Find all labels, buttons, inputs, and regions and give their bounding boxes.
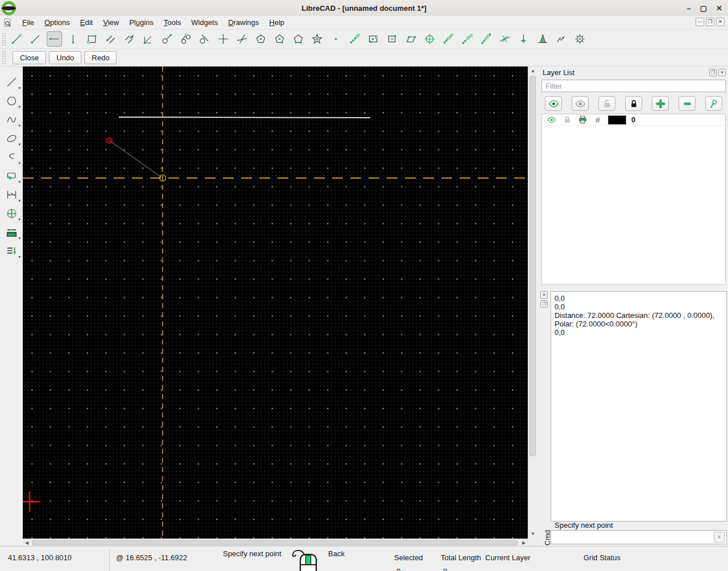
tool-line-bisector-icon[interactable] bbox=[140, 31, 156, 47]
close-window-button[interactable]: ✕ bbox=[716, 5, 722, 12]
tool-group-curve-icon[interactable]: ▾ bbox=[3, 112, 20, 127]
tool-line-parallel-icon[interactable] bbox=[103, 31, 118, 47]
dock-float-button[interactable]: ❐ bbox=[709, 69, 717, 76]
modify-layer-button[interactable] bbox=[705, 96, 722, 111]
tool-line-tangent-point-circle-icon[interactable] bbox=[159, 31, 175, 47]
tool-point-icon[interactable] bbox=[328, 31, 344, 47]
scroll-down-arrow[interactable]: ▼ bbox=[528, 529, 537, 539]
dock-close-button[interactable]: ✕ bbox=[540, 291, 548, 299]
mdi-minimize-button[interactable]: — bbox=[696, 18, 704, 26]
category-toolbar: ▾▾▾▾▾▾A▾▾▾▾ bbox=[0, 67, 23, 546]
menu-file[interactable]: File bbox=[17, 16, 39, 28]
minimize-button[interactable]: – bbox=[687, 5, 691, 12]
tool-group-order-icon[interactable]: ▾ bbox=[3, 243, 20, 258]
scrollbar-corner bbox=[528, 539, 537, 547]
tool-line-tangent-two-circles-icon[interactable] bbox=[178, 31, 193, 47]
horizontal-scrollbar[interactable]: ◀ ▶ bbox=[23, 539, 528, 547]
tool-group-line-icon[interactable]: ▾ bbox=[3, 75, 20, 89]
command-history-line: 0,0 bbox=[555, 294, 723, 303]
tool-group-polyline-icon[interactable]: ▾ bbox=[3, 150, 20, 164]
command-history[interactable]: 0,00,0Distance: 72.0000 Cartesian: (72.0… bbox=[551, 291, 727, 522]
add-layer-button[interactable] bbox=[652, 96, 669, 111]
lock-all-layers-button[interactable] bbox=[625, 96, 642, 111]
tool-line-orthogonal-icon[interactable] bbox=[216, 31, 231, 47]
mdi-close-button[interactable]: ✕ bbox=[716, 18, 725, 26]
layer-print-icon[interactable] bbox=[577, 115, 588, 125]
tool-circle-center-cross-icon[interactable] bbox=[422, 31, 437, 47]
tool-rectangle-icon[interactable] bbox=[84, 31, 100, 47]
tool-line-by-angle-icon[interactable] bbox=[28, 31, 43, 47]
layer-row[interactable]: #0 bbox=[542, 114, 725, 126]
toolbar-grip[interactable] bbox=[2, 32, 6, 46]
tool-line-cross-marker-icon[interactable] bbox=[497, 31, 512, 47]
tool-spline-points-icon[interactable] bbox=[441, 31, 456, 47]
vertical-scrollbar[interactable]: ▲ ▼ bbox=[528, 67, 537, 539]
tool-freehand-points-icon[interactable] bbox=[347, 31, 362, 47]
tool-line-tangent-orthogonal-icon[interactable] bbox=[197, 31, 212, 47]
maximize-button[interactable]: ▢ bbox=[700, 5, 707, 12]
layer-visible-icon[interactable] bbox=[547, 115, 557, 125]
menu-plugins[interactable]: Plugins bbox=[124, 16, 159, 28]
chevron-down-icon: ▾ bbox=[18, 198, 20, 203]
relative-coordinates: @ 16.6525 , -11.6922 bbox=[116, 553, 187, 562]
menu-tools[interactable]: Tools bbox=[159, 16, 186, 28]
tool-group-measure-icon[interactable]: ▾ bbox=[3, 225, 20, 239]
layer-color-swatch[interactable] bbox=[608, 115, 626, 125]
tool-group-select-icon[interactable]: ▾ bbox=[3, 168, 20, 183]
command-prompt-label: Specify next point bbox=[555, 521, 613, 529]
chevron-down-icon: ▾ bbox=[18, 161, 20, 165]
menu-widgets[interactable]: Widgets bbox=[186, 16, 223, 28]
menu-help[interactable]: Help bbox=[264, 16, 289, 28]
vertical-scroll-thumb[interactable] bbox=[530, 76, 536, 456]
document-magnifier-icon bbox=[3, 18, 13, 27]
tool-line-parallel-through-point-icon[interactable] bbox=[122, 31, 137, 47]
tool-polygon-center-corner-icon[interactable] bbox=[272, 31, 287, 47]
menu-drawings[interactable]: Drawings bbox=[223, 16, 264, 28]
hide-all-layers-button[interactable] bbox=[572, 96, 589, 111]
dock-float-button[interactable]: ❐ bbox=[540, 300, 548, 308]
layer-filter-input[interactable] bbox=[541, 80, 726, 92]
tool-star-icon[interactable] bbox=[309, 31, 325, 47]
command-history-line: Distance: 72.0000 Cartesian: (72.0000 , … bbox=[555, 311, 723, 328]
menu-edit[interactable]: Edit bbox=[75, 16, 98, 28]
tool-insert-points-icon[interactable] bbox=[366, 31, 381, 47]
tool-rect-center-icon[interactable] bbox=[384, 31, 400, 47]
tool-line-relative-angle-icon[interactable] bbox=[234, 31, 250, 47]
tool-group-circle-icon[interactable]: ▾ bbox=[3, 93, 20, 108]
tool-polygon-center-point-icon[interactable] bbox=[253, 31, 268, 47]
layer-construction-icon[interactable]: # bbox=[593, 115, 603, 125]
tool-spline-control-points-icon[interactable] bbox=[460, 31, 475, 47]
mdi-restore-button[interactable]: ❐ bbox=[706, 18, 714, 26]
redo-button[interactable]: Redo bbox=[84, 51, 117, 64]
close-button[interactable]: Close bbox=[13, 51, 46, 64]
tool-group-ellipse-icon[interactable]: ▾ bbox=[3, 131, 20, 146]
horizontal-scroll-thumb[interactable] bbox=[32, 540, 518, 545]
drawing-canvas[interactable] bbox=[23, 67, 528, 539]
unlock-all-layers-button[interactable] bbox=[598, 96, 615, 111]
toolbar-grip[interactable] bbox=[2, 51, 6, 64]
tool-line-two-points-icon[interactable] bbox=[9, 31, 24, 47]
tool-group-pan-zoom-icon[interactable]: ▾ bbox=[3, 206, 20, 221]
tool-polygon-two-corners-icon[interactable] bbox=[291, 31, 306, 47]
command-options-icon[interactable]: ≡ bbox=[714, 532, 725, 543]
tool-perpendicular-point-icon[interactable] bbox=[516, 31, 531, 47]
command-input[interactable] bbox=[551, 531, 714, 543]
tool-line-vertical-icon[interactable] bbox=[65, 31, 81, 47]
dock-close-button[interactable]: ✕ bbox=[718, 69, 726, 76]
tool-spline-fit-points-icon[interactable] bbox=[478, 31, 494, 47]
remove-layer-button[interactable] bbox=[679, 96, 696, 111]
menu-options[interactable]: Options bbox=[39, 16, 75, 28]
tool-group-dimension-icon[interactable]: A▾ bbox=[3, 187, 20, 202]
show-all-layers-button[interactable] bbox=[545, 96, 562, 111]
drawn-line[interactable] bbox=[119, 117, 370, 118]
tool-settings-gear-icon[interactable] bbox=[572, 31, 588, 47]
undo-button[interactable]: Undo bbox=[49, 51, 81, 64]
tool-parallelogram-icon[interactable] bbox=[403, 31, 419, 47]
menu-view[interactable]: View bbox=[98, 16, 124, 28]
layer-lock-icon[interactable] bbox=[562, 115, 572, 124]
tool-sketch-segments-icon[interactable] bbox=[553, 31, 569, 47]
tool-triangle-icon[interactable] bbox=[535, 31, 550, 47]
tool-line-horizontal-icon[interactable] bbox=[47, 31, 62, 47]
scroll-up-arrow[interactable]: ▲ bbox=[528, 67, 537, 76]
chevron-down-icon: ▾ bbox=[18, 86, 20, 90]
